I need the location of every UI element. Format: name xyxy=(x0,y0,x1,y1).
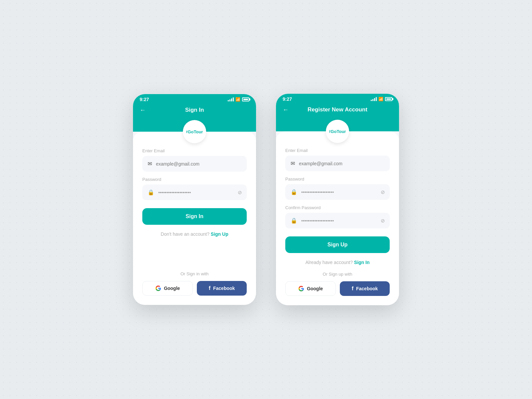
confirm-password-input-wrapper: 🔒 ⊘ xyxy=(285,213,390,228)
register-password-label: Password xyxy=(285,177,390,182)
register-logo: tGoTour xyxy=(326,120,349,143)
confirm-password-label: Confirm Password xyxy=(285,205,390,210)
register-title: Register New Account xyxy=(308,106,367,113)
register-google-label: Google xyxy=(307,286,323,291)
signin-title: Sign In xyxy=(185,107,204,113)
signin-status-bar: 9:27 📶 xyxy=(133,94,256,104)
google-icon xyxy=(155,285,161,291)
register-password-input[interactable] xyxy=(301,190,384,195)
register-social-buttons: Google f Facebook xyxy=(285,281,390,296)
register-signal-icon xyxy=(371,97,377,101)
register-logo-container: tGoTour xyxy=(276,120,399,131)
no-account-text: Don't have an account? Sign Up xyxy=(142,231,247,237)
register-eye-toggle-icon[interactable]: ⊘ xyxy=(381,189,385,195)
google-register-button[interactable]: Google xyxy=(285,281,336,296)
signin-content: Enter Email ✉ Password 🔒 ⊘ Sign In Don't… xyxy=(133,132,256,305)
register-phone: 9:27 📶 ← Register New Account tGoTour En… xyxy=(276,94,399,305)
signin-logo-container: tGoTour xyxy=(133,120,256,132)
register-google-icon xyxy=(298,286,304,292)
email-label: Enter Email xyxy=(142,148,247,153)
facebook-label: Facebook xyxy=(213,286,235,291)
register-back-button[interactable]: ← xyxy=(283,106,289,113)
facebook-icon: f xyxy=(209,285,210,291)
signin-header: ← Sign In xyxy=(133,104,256,120)
signin-link[interactable]: Sign In xyxy=(354,260,370,265)
signup-link[interactable]: Sign Up xyxy=(211,231,228,237)
register-email-icon: ✉ xyxy=(291,160,295,167)
signin-time: 9:27 xyxy=(140,97,149,102)
register-email-label: Enter Email xyxy=(285,148,390,153)
wifi-icon: 📶 xyxy=(235,97,240,102)
register-wifi-icon: 📶 xyxy=(378,97,383,101)
eye-toggle-icon[interactable]: ⊘ xyxy=(238,190,242,196)
register-email-input-wrapper: ✉ xyxy=(285,156,390,171)
email-icon: ✉ xyxy=(148,161,152,167)
facebook-signin-button[interactable]: f Facebook xyxy=(197,281,247,296)
email-input[interactable] xyxy=(156,161,241,167)
signin-phone: 9:27 📶 ← Sign In tGoTour Enter Email ✉ P… xyxy=(133,94,256,305)
email-input-wrapper: ✉ xyxy=(142,156,247,172)
social-buttons: Google f Facebook xyxy=(142,281,247,296)
google-label: Google xyxy=(164,286,180,291)
brand-logo: tGoTour xyxy=(186,129,203,134)
social-divider-text: Or Sign in with xyxy=(142,271,247,276)
signin-button[interactable]: Sign In xyxy=(142,208,247,225)
confirm-eye-toggle-icon[interactable]: ⊘ xyxy=(381,218,385,224)
register-content: Enter Email ✉ Password 🔒 ⊘ Confirm Passw… xyxy=(276,131,399,305)
confirm-lock-icon: 🔒 xyxy=(291,217,297,224)
password-input-wrapper: 🔒 ⊘ xyxy=(142,185,247,200)
google-signin-button[interactable]: Google xyxy=(142,281,193,296)
register-battery-icon xyxy=(385,97,392,101)
register-header: ← Register New Account xyxy=(276,104,399,120)
register-time: 9:27 xyxy=(283,96,292,102)
confirm-password-input[interactable] xyxy=(301,218,384,223)
register-email-input[interactable] xyxy=(299,161,384,166)
register-lock-icon: 🔒 xyxy=(291,189,297,195)
status-icons: 📶 xyxy=(228,97,249,102)
register-social-divider-text: Or Sign up with xyxy=(285,272,390,277)
register-password-input-wrapper: 🔒 ⊘ xyxy=(285,184,390,200)
lock-icon: 🔒 xyxy=(148,189,154,196)
signup-button[interactable]: Sign Up xyxy=(285,236,390,253)
password-label: Password xyxy=(142,177,247,182)
register-status-icons: 📶 xyxy=(371,97,392,101)
battery-icon xyxy=(242,97,249,101)
have-account-text: Already have account? Sign In xyxy=(285,260,390,265)
back-button[interactable]: ← xyxy=(140,107,146,114)
register-status-bar: 9:27 📶 xyxy=(276,94,399,104)
signin-logo: tGoTour xyxy=(183,120,206,143)
facebook-register-button[interactable]: f Facebook xyxy=(340,281,390,296)
register-facebook-icon: f xyxy=(352,286,353,292)
register-facebook-label: Facebook xyxy=(356,286,378,291)
password-input[interactable] xyxy=(158,190,241,195)
signal-icon xyxy=(228,97,234,101)
register-brand-logo: tGoTour xyxy=(329,129,346,134)
